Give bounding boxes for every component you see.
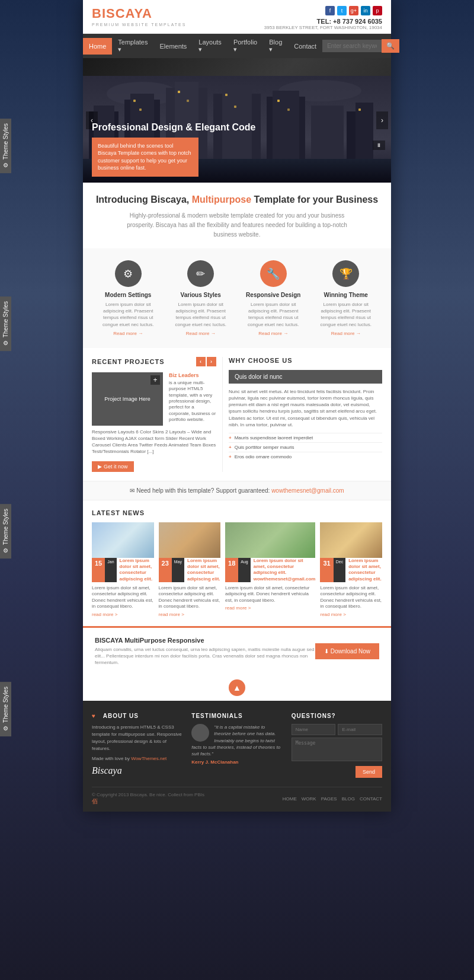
footer-nav-pages[interactable]: PAGES [321, 796, 337, 802]
googleplus-icon[interactable]: g+ [349, 6, 358, 15]
theme-styles-left-2[interactable]: ⚙ Theme Styles [0, 296, 11, 351]
svg-rect-25 [287, 108, 290, 111]
news-readmore-1[interactable]: read more > [92, 612, 154, 617]
news-badge-4: 31 Dec Lorem ipsum dolor sit amet, conse… [320, 558, 382, 583]
pinterest-icon[interactable]: p [373, 6, 382, 15]
news-badge-1: 15 Jan Lorem ipsum dolor sit amet, conse… [92, 558, 154, 583]
intro-section: Introducing Biscaya, Multipurpose Templa… [83, 183, 391, 248]
why-list: Mauris suspendisse laoreet imperdiet Qui… [229, 433, 382, 461]
news-month-1: Jan [105, 558, 116, 583]
form-message-input[interactable] [292, 738, 382, 761]
project-image: + Project Image Here [92, 372, 163, 426]
theme-styles-left-3[interactable]: ⚙ Theme Styles [0, 504, 11, 558]
nav-item-home[interactable]: Home [83, 38, 112, 55]
project-features: Responsive Layouts 6 Color Skins 2 Layou… [92, 429, 216, 455]
feature-text-2: Lorem ipsum dolor sit adipiscing elit. P… [168, 301, 235, 328]
svg-rect-23 [234, 106, 236, 108]
scroll-up-button[interactable]: ▲ [229, 679, 245, 696]
nav-item-contact[interactable]: Contact [288, 38, 322, 55]
news-image-4 [320, 522, 382, 558]
news-day-4: 31 [320, 558, 333, 583]
news-badge-3: 18 Aug Lorem ipsum dolor sit amet, conse… [225, 558, 315, 583]
feature-text-1: Lorem ipsum dolor sit adipiscing elit. P… [95, 301, 162, 328]
get-it-button[interactable]: ▶ Get it now [92, 461, 134, 472]
nav-item-templates[interactable]: Templates ▾ [112, 34, 153, 58]
feature-link-4[interactable]: Read more → [313, 331, 380, 336]
footer-about: ABOUT US Introducing a premium HTML5 & C… [92, 713, 182, 778]
facebook-icon[interactable]: f [325, 6, 335, 15]
site-logo: BISCAYA [92, 6, 186, 21]
footer-nav-blog[interactable]: BLOG [342, 796, 355, 802]
nav-item-blog[interactable]: Blog ▾ [263, 34, 288, 58]
footer-copyright: © Copyright 2013 Biscaya. Be nice. Colle… [92, 792, 204, 806]
gear-icon: ⚙ [2, 162, 9, 168]
form-row-1 [292, 724, 382, 738]
gear-icon-4: ⚙ [2, 725, 9, 732]
search-button[interactable]: 🔍 [382, 39, 399, 53]
gear-icon-3: ⚙ [2, 547, 9, 554]
news-grid: 15 Jan Lorem ipsum dolor sit amet, conse… [92, 522, 382, 617]
project-next-arrow[interactable]: › [207, 357, 216, 366]
why-list-item-3: Eros odio ornare commodo [229, 452, 382, 461]
twitter-icon[interactable]: t [337, 6, 347, 15]
news-item-4: 31 Dec Lorem ipsum dolor sit amet, conse… [320, 522, 382, 617]
news-badge-2: 23 May Lorem ipsum dolor sit amet, conse… [159, 558, 221, 583]
footer-nav-home[interactable]: HOME [283, 796, 297, 802]
footer-bottom: © Copyright 2013 Biscaya. Be nice. Colle… [92, 787, 382, 806]
form-name-input[interactable] [292, 724, 336, 735]
why-list-item-2: Quis porttitor semper mauris [229, 442, 382, 452]
nav-item-portfolio[interactable]: Portfolio ▾ [228, 34, 263, 58]
form-send-button[interactable]: Send [356, 766, 382, 778]
hero-overlay: Professional Design & Elegant Code Beaut… [83, 116, 391, 183]
linkedin-icon[interactable]: in [361, 6, 370, 15]
recent-projects-title: RECENT PROJECTS ‹ › [92, 357, 216, 366]
theme-styles-left-4[interactable]: ⚙ Theme Styles [0, 682, 11, 736]
envelope-icon: ✉ [130, 487, 134, 494]
feature-link-1[interactable]: Read more → [95, 331, 162, 336]
settings-icon: ⚙ [115, 260, 142, 287]
svg-rect-19 [139, 108, 142, 111]
download-button[interactable]: ⬇ Download Now [315, 643, 379, 659]
news-month-2: May [172, 558, 184, 583]
feature-link-3[interactable]: Read more → [240, 331, 307, 336]
feature-title-4: Winning Theme [313, 292, 380, 298]
project-plus-icon[interactable]: + [150, 375, 160, 385]
news-readmore-3[interactable]: read more > [225, 605, 315, 611]
hero-title: Professional Design & Elegant Code [92, 122, 382, 133]
latest-news-section: LATEST NEWS 15 Jan Lorem ipsum dolor sit… [83, 500, 391, 626]
nav-item-layouts[interactable]: Layouts ▾ [193, 34, 228, 58]
news-day-2: 23 [159, 558, 172, 583]
footer-nav-contact[interactable]: CONTACT [360, 796, 382, 802]
feature-title-2: Various Styles [168, 292, 235, 298]
news-headline-2: Lorem ipsum dolor sit amet, consectetur … [187, 558, 220, 583]
footer-questions: QUESTIONS? Send [292, 713, 382, 778]
why-list-item-1: Mauris suspendisse laoreet imperdiet [229, 433, 382, 442]
wowthemes-link[interactable]: WowThemes.net [131, 756, 166, 761]
feature-modern-settings: ⚙ Modern Settings Lorem ipsum dolor sit … [95, 260, 162, 336]
download-desc: Aliquam convallis, urna vel luctus conse… [95, 646, 315, 666]
news-readmore-4[interactable]: read more > [320, 612, 382, 617]
intro-title: Introducing Biscaya, Multipurpose Templa… [95, 194, 379, 205]
search-input[interactable] [322, 40, 382, 52]
footer-about-title: ABOUT US [92, 713, 182, 719]
footer-nav-work[interactable]: WORK [302, 796, 316, 802]
why-choose-title: WHY CHOOSE US [229, 357, 382, 364]
gear-icon-2: ⚙ [2, 340, 9, 346]
news-readmore-2[interactable]: read more > [159, 612, 221, 617]
project-prev-arrow[interactable]: ‹ [196, 357, 206, 366]
feature-link-2[interactable]: Read more → [168, 331, 235, 336]
svg-rect-24 [277, 100, 280, 102]
form-email-input[interactable] [338, 724, 382, 735]
nav-item-elements[interactable]: Elements [153, 38, 193, 55]
news-image-3 [225, 522, 315, 558]
news-image-2 [159, 522, 221, 558]
feature-title-3: Responsive Design [240, 292, 307, 298]
project-content: + Project Image Here Biz Leaders is a un… [92, 372, 216, 429]
theme-styles-left-1[interactable]: ⚙ Theme Styles [0, 119, 11, 173]
news-month-3: Aug [238, 558, 250, 583]
download-text: BISCAYA MultiPurpose Responsive Aliquam … [95, 637, 315, 666]
support-email[interactable]: wowthemesnet@gmail.com [271, 487, 344, 494]
features-section: ⚙ Modern Settings Lorem ipsum dolor sit … [83, 248, 391, 348]
testimonial-author: Kerry J. McClanahan [191, 759, 282, 765]
hero-slider: ‹ › ⏸ Professional Design & Elegant Code… [83, 58, 391, 183]
